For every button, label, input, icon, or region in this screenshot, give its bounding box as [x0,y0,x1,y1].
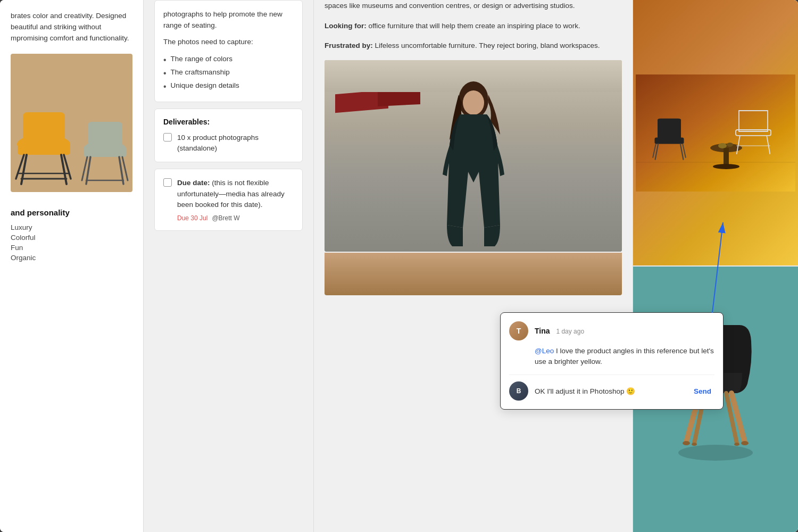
comment-body-text: I love the product angles in this refere… [535,347,714,365]
photos-need-text: The photos need to capture: [163,37,294,48]
send-button[interactable]: Send [691,386,714,396]
comment-time: 1 day ago [556,328,584,335]
content-split: spaces like museums and convention centr… [314,0,798,532]
fashion-background [325,60,622,252]
due-date-section: Due date: (this is not flexible unfortun… [163,178,294,222]
images-panel [633,0,798,532]
due-tags: Due 30 Jul @Brett W [177,214,294,222]
comment-mention: @Leo [535,347,554,355]
persona-frustrated-by: Frustrated by: Lifeless uncomfortable fu… [325,40,622,52]
personality-item-2: Colorful [11,232,132,243]
bullet-item-2: The craftsmanship [163,66,294,80]
reply-input[interactable] [535,387,684,395]
yellow-chair-svg [13,96,74,189]
product-image-top [633,0,798,265]
svg-point-41 [741,441,749,445]
woman-silhouette-svg [420,76,527,252]
partial-image-below [325,253,622,295]
comment-reply-row: B Send [509,375,714,401]
right-area: spaces like museums and convention centr… [314,0,798,532]
due-date-card: Due date: (this is not flexible unfortun… [154,169,303,231]
svg-point-43 [734,443,739,446]
product-scene-top-svg [636,74,795,192]
tina-avatar: T [509,321,528,340]
bullet-list: The range of colors The craftsmanship Un… [163,53,294,94]
user-tag: @Brett W [212,214,239,222]
comment-author-name: Tina [535,327,550,335]
looking-for-label: Looking for: [325,22,367,30]
svg-point-29 [718,143,727,148]
deliverables-title: Deliverables: [163,118,294,126]
svg-rect-27 [724,148,729,167]
gray-chair-svg [80,107,130,189]
personality-item-3: Fun [11,243,132,253]
due-date-label: Due date: [177,179,210,187]
looking-for-text: office furniture that will help them cre… [369,22,580,30]
svg-point-42 [692,443,697,446]
comment-text: @Leo I love the product angles in this r… [535,346,714,368]
svg-rect-21 [655,137,684,144]
tina-avatar-initial: T [517,327,521,335]
svg-point-44 [678,445,753,461]
svg-point-18 [463,90,484,115]
comment-header: T Tina 1 day ago [509,321,714,340]
comment-popup: T Tina 1 day ago @Leo I love the product… [500,312,724,410]
bullet-item-1: The range of colors [163,53,294,66]
deliverables-card: Deliverables: 10 x product photographs (… [154,109,303,162]
deliverables-checkbox-row[interactable]: 10 x product photographs (standalone) [163,132,294,153]
due-date-text: Due date: (this is not flexible unfortun… [177,178,294,210]
reply-avatar: B [509,381,528,401]
persona-looking-for: Looking for: office furniture that will … [325,20,622,32]
due-tag: Due 30 Jul [177,214,207,222]
svg-point-30 [727,143,733,147]
middle-panel: photographs to help promote the new rang… [144,0,314,532]
due-date-checkbox[interactable] [163,178,172,187]
svg-rect-11 [88,122,122,150]
frustrated-by-text: Lifeless uncomfortable furniture. They r… [375,41,600,49]
svg-point-40 [683,441,690,445]
deliverables-checkbox[interactable] [163,133,172,142]
personality-section: and personality Luxury Colorful Fun Orga… [11,208,132,263]
bullet-item-3: Unique design details [163,80,294,93]
persona-spaces-text: spaces like museums and convention centr… [325,0,622,12]
persona-photo [325,60,622,252]
frustrated-by-label: Frustrated by: [325,41,373,49]
personality-item-4: Organic [11,253,132,263]
deliverables-checkbox-label: 10 x product photographs (standalone) [177,132,294,153]
center-content: spaces like museums and convention centr… [314,0,633,532]
chair-image [11,54,132,192]
photos-intro-text: photographs to help promote the new rang… [163,9,294,31]
left-panel-intro: brates color and creativity. Designed be… [11,11,132,44]
left-panel: brates color and creativity. Designed be… [0,0,144,532]
svg-point-28 [713,164,739,169]
svg-rect-2 [23,112,65,147]
personality-title: and personality [11,208,132,217]
main-container: brates color and creativity. Designed be… [0,0,798,532]
personality-item-1: Luxury [11,222,132,232]
photos-section-card: photographs to help promote the new rang… [154,0,303,102]
